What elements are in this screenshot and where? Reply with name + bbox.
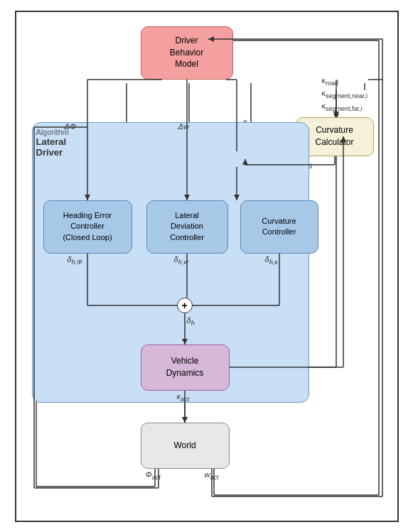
vehicle-dynamics-label: Vehicle Dynamics — [166, 355, 204, 379]
delta-h-label: δh — [187, 316, 195, 327]
heading-error-controller-box: Heading Error Controller (Closed Loop) — [43, 200, 132, 254]
svg-marker-50 — [333, 112, 339, 117]
driver-behavior-model-label: Driver Behavior Model — [170, 35, 203, 70]
delta-phi-label: ΔΦ — [65, 122, 77, 131]
phi-act-label: Φact — [146, 470, 161, 481]
lateral-deviation-controller-box: Lateral Deviation Controller — [146, 200, 228, 254]
algorithm-label: AlgorithmLateralDriver — [36, 128, 69, 158]
kappa-road-top-label: κroad — [322, 76, 339, 87]
delta-h-kappa-label: δh,κ — [265, 255, 278, 266]
delta-h-phi-label: δh,Φ — [68, 255, 82, 266]
curvature-controller-label: Curvature Controller — [262, 216, 296, 238]
curvature-calculator-label: Curvature Calculator — [315, 124, 353, 148]
kappa-segment-far-label: κsegment,far,i — [322, 102, 363, 112]
delta-h-w-label: δh,w — [174, 255, 188, 266]
svg-marker-65 — [182, 417, 188, 423]
delta-w-label: Δw — [178, 122, 189, 131]
svg-marker-23 — [182, 417, 188, 423]
diagram-container: Driver Behavior Model κroad κsegment,nea… — [15, 11, 399, 522]
lateral-deviation-controller-label: Lateral Deviation Controller — [170, 210, 204, 243]
curvature-controller-box: Curvature Controller — [240, 200, 318, 254]
kappa-segment-near-label: κsegment,near,i — [322, 89, 368, 99]
world-box: World — [141, 423, 230, 469]
world-label: World — [173, 440, 195, 452]
vehicle-dynamics-box: Vehicle Dynamics — [141, 344, 230, 391]
sum-node-delta: + — [177, 298, 193, 313]
heading-error-controller-label: Heading Error Controller (Closed Loop) — [63, 210, 112, 243]
kappa-act-label: κact — [177, 392, 190, 403]
driver-behavior-model-box: Driver Behavior Model — [141, 26, 233, 80]
w-act-label: wact — [205, 470, 219, 481]
